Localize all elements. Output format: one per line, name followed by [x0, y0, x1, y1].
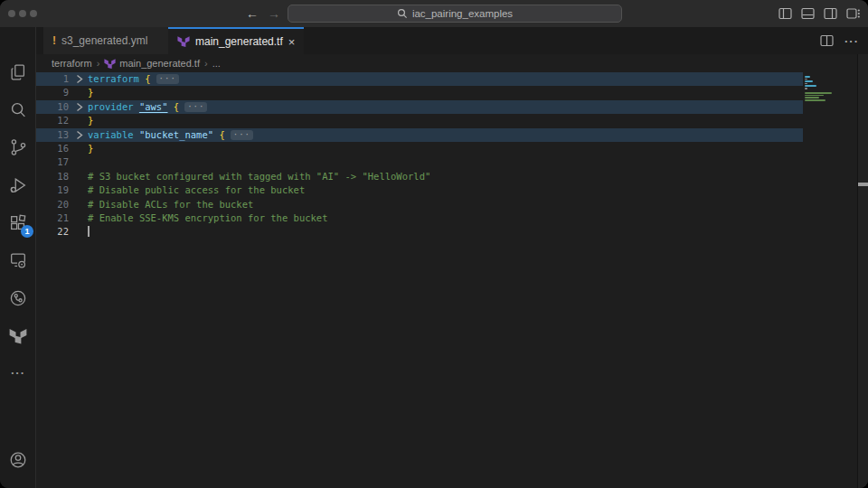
minimap-line: [805, 95, 824, 97]
code-line[interactable]: 19# Disable public access for the bucket: [36, 183, 868, 197]
minimap-line: [805, 85, 816, 87]
code-line[interactable]: 16}: [36, 142, 868, 155]
line-number: 9: [36, 86, 69, 99]
line-number: 16: [36, 142, 69, 155]
breadcrumb-folder[interactable]: terraform: [52, 58, 92, 69]
code-text: # S3 bucket configured with tagged with …: [88, 170, 430, 183]
toggle-panel-icon[interactable]: [801, 7, 815, 20]
minimap[interactable]: [805, 76, 834, 184]
terraform-icon: [177, 35, 190, 48]
command-center[interactable]: iac_pairing_examples: [288, 5, 622, 23]
line-number: 18: [36, 170, 69, 183]
account-icon[interactable]: [7, 449, 29, 471]
minimap-line: [805, 99, 826, 101]
code-text: provider "aws" {···: [88, 100, 207, 114]
code-line[interactable]: 10provider "aws" {···: [36, 100, 868, 114]
code-lines: 1terraform {···9}10provider "aws" {···12…: [36, 72, 868, 239]
extensions-icon[interactable]: 1: [7, 212, 29, 234]
window-controls: [8, 10, 37, 17]
code-editor[interactable]: 1terraform {···9}10provider "aws" {···12…: [36, 72, 868, 488]
split-editor-icon[interactable]: [820, 34, 834, 47]
terraform-icon[interactable]: [7, 325, 29, 347]
explorer-icon[interactable]: [7, 61, 29, 83]
text-cursor: [88, 226, 90, 237]
search-icon: [397, 8, 408, 19]
code-text: terraform {···: [88, 72, 179, 86]
right-gutter: [857, 54, 868, 488]
terraform-icon: [104, 58, 116, 70]
tab-s3-generated-yml[interactable]: ! s3_generated.yml: [43, 27, 168, 54]
line-number: 13: [36, 128, 69, 142]
toggle-secondary-sidebar-icon[interactable]: [824, 7, 837, 20]
more-actions-icon[interactable]: ···: [844, 34, 859, 48]
code-line[interactable]: 20# Disable ACLs for the bucket: [36, 198, 868, 211]
line-number: 17: [36, 155, 69, 169]
code-text: }: [88, 142, 93, 155]
tab-label: main_generated.tf: [195, 35, 283, 48]
chevron-right-icon: ›: [204, 58, 208, 69]
code-line[interactable]: 9}: [36, 86, 868, 99]
minimap-line: [805, 83, 807, 85]
minimap-line: [805, 88, 807, 89]
line-number: 22: [36, 225, 69, 239]
close-tab-icon[interactable]: ×: [288, 35, 296, 49]
close-window-button[interactable]: [8, 10, 15, 17]
code-line[interactable]: 18# S3 bucket configured with tagged wit…: [36, 170, 868, 183]
code-line[interactable]: 1terraform {···: [36, 72, 868, 86]
code-text: variable "bucket_name" {···: [88, 128, 253, 142]
search-icon[interactable]: [7, 99, 29, 121]
tab-main-generated-tf[interactable]: main_generated.tf ×: [168, 27, 304, 54]
line-number: 21: [36, 211, 69, 225]
code-line[interactable]: 12}: [36, 114, 868, 127]
run-debug-icon[interactable]: [7, 174, 29, 196]
breadcrumb-file[interactable]: main_generated.tf: [104, 58, 200, 70]
source-control-graph-icon[interactable]: [7, 287, 29, 309]
minimap-line: [805, 80, 813, 82]
remote-explorer-icon[interactable]: [7, 249, 29, 271]
command-center-text: iac_pairing_examples: [412, 8, 513, 19]
breadcrumb: terraform › main_generated.tf › ...: [36, 54, 868, 72]
line-number: 19: [36, 183, 69, 197]
minimap-line: [805, 97, 819, 99]
code-text: # Disable public access for the bucket: [88, 183, 305, 197]
extensions-badge: 1: [21, 225, 33, 238]
folded-region-badge[interactable]: ···: [156, 74, 179, 84]
minimap-line: [805, 79, 807, 80]
line-number: 20: [36, 198, 69, 211]
more-icon[interactable]: ···: [7, 361, 29, 383]
title-bar: ← → iac_pairing_examples: [0, 0, 868, 27]
folded-region-badge[interactable]: ···: [231, 130, 253, 140]
code-line[interactable]: 13variable "bucket_name" {···: [36, 128, 868, 142]
toggle-primary-sidebar-icon[interactable]: [778, 7, 792, 20]
code-text: [88, 225, 90, 239]
scrollbar-sash[interactable]: [858, 183, 868, 186]
navigate-forward-button[interactable]: →: [268, 6, 280, 21]
activity-bar: 1 ···: [0, 27, 36, 488]
code-text: # Disable ACLs for the bucket: [88, 198, 253, 211]
line-number: 12: [36, 114, 69, 127]
minimap-line: [805, 92, 832, 94]
line-number: 1: [36, 72, 69, 86]
source-control-icon[interactable]: [7, 136, 29, 158]
minimize-window-button[interactable]: [19, 10, 26, 17]
folded-region-badge[interactable]: ···: [184, 102, 207, 112]
zoom-window-button[interactable]: [30, 10, 37, 17]
tab-bar: ! s3_generated.yml main_generated.tf × ·…: [36, 27, 868, 54]
breadcrumb-file-label: main_generated.tf: [119, 58, 200, 69]
minimap-line: [805, 76, 810, 78]
chevron-right-icon: ›: [97, 58, 100, 69]
vscode-window: ← → iac_pairing_examples: [0, 0, 868, 488]
code-text: # Enable SSE-KMS encryption for the buck…: [88, 211, 328, 225]
code-line[interactable]: 22: [36, 225, 868, 239]
line-number: 10: [36, 100, 69, 114]
yaml-icon: !: [52, 34, 56, 47]
tab-label: s3_generated.yml: [61, 34, 147, 47]
customize-layout-icon[interactable]: [846, 7, 861, 20]
code-text: }: [88, 86, 93, 99]
code-line[interactable]: 21# Enable SSE-KMS encryption for the bu…: [36, 211, 868, 225]
code-text: }: [88, 114, 93, 127]
code-line[interactable]: 17: [36, 155, 868, 169]
navigate-back-button[interactable]: ←: [246, 6, 259, 21]
breadcrumb-symbol[interactable]: ...: [212, 58, 221, 69]
